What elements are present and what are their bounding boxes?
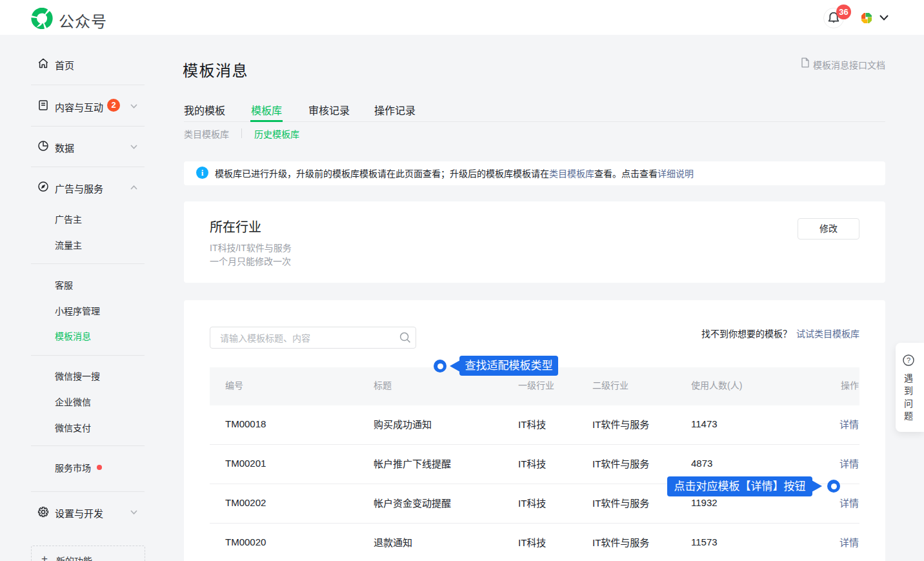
svg-text:?: ? — [907, 356, 910, 364]
